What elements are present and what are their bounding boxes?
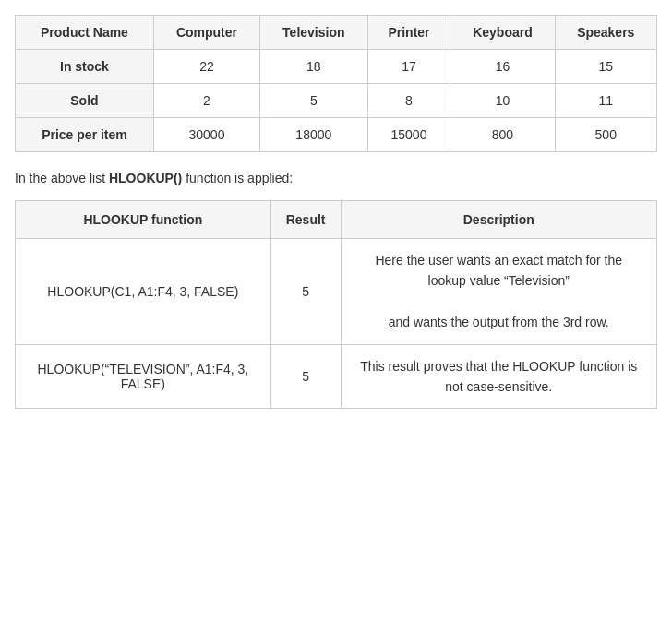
product-cell: 17 xyxy=(367,50,450,84)
product-cell: 30000 xyxy=(153,118,259,152)
product-table-header-computer: Computer xyxy=(153,16,259,50)
hlookup-header-result: Result xyxy=(270,201,341,239)
product-cell: 18 xyxy=(260,50,368,84)
product-cell: 22 xyxy=(153,50,259,84)
description-function-name: HLOOKUP() xyxy=(109,171,182,185)
hlookup-function-cell: HLOOKUP(“TELEVISION”, A1:F4, 3, FALSE) xyxy=(16,344,271,409)
hlookup-description-cell: This result proves that the HLOOKUP func… xyxy=(341,344,657,409)
hlookup-header-description: Description xyxy=(341,201,657,239)
product-cell: 800 xyxy=(450,118,555,152)
hlookup-result-cell: 5 xyxy=(270,239,341,345)
product-cell: 16 xyxy=(450,50,555,84)
product-table-header-speakers: Speakers xyxy=(555,16,656,50)
hlookup-table-row: HLOOKUP(C1, A1:F4, 3, FALSE)5Here the us… xyxy=(16,239,657,345)
product-cell: 500 xyxy=(555,118,656,152)
product-row-label: Price per item xyxy=(16,118,154,152)
product-cell: 18000 xyxy=(260,118,368,152)
product-cell: 10 xyxy=(450,84,555,118)
description-text-after: function is applied: xyxy=(182,171,293,185)
hlookup-table-row: HLOOKUP(“TELEVISION”, A1:F4, 3, FALSE)5T… xyxy=(16,344,657,409)
hlookup-function-cell: HLOOKUP(C1, A1:F4, 3, FALSE) xyxy=(16,239,271,345)
product-table-header-television: Television xyxy=(260,16,368,50)
product-cell: 2 xyxy=(153,84,259,118)
product-cell: 15 xyxy=(555,50,656,84)
product-table-row: In stock2218171615 xyxy=(16,50,657,84)
product-row-label: In stock xyxy=(16,50,154,84)
product-cell: 5 xyxy=(260,84,368,118)
product-table-header-name: Product Name xyxy=(16,16,154,50)
hlookup-description-cell: Here the user wants an exact match for t… xyxy=(341,239,657,345)
product-cell: 8 xyxy=(367,84,450,118)
product-table-header-keyboard: Keyboard xyxy=(450,16,555,50)
product-table-row: Sold2581011 xyxy=(16,84,657,118)
product-cell: 15000 xyxy=(367,118,450,152)
hlookup-table: HLOOKUP function Result Description HLOO… xyxy=(15,200,657,409)
product-table: Product Name Computer Television Printer… xyxy=(15,15,657,152)
product-table-row: Price per item300001800015000800500 xyxy=(16,118,657,152)
description-text-before: In the above list xyxy=(15,171,109,185)
description-paragraph: In the above list HLOOKUP() function is … xyxy=(15,171,657,185)
hlookup-header-function: HLOOKUP function xyxy=(16,201,271,239)
product-table-header-printer: Printer xyxy=(367,16,450,50)
hlookup-result-cell: 5 xyxy=(270,344,341,409)
product-row-label: Sold xyxy=(16,84,154,118)
product-cell: 11 xyxy=(555,84,656,118)
